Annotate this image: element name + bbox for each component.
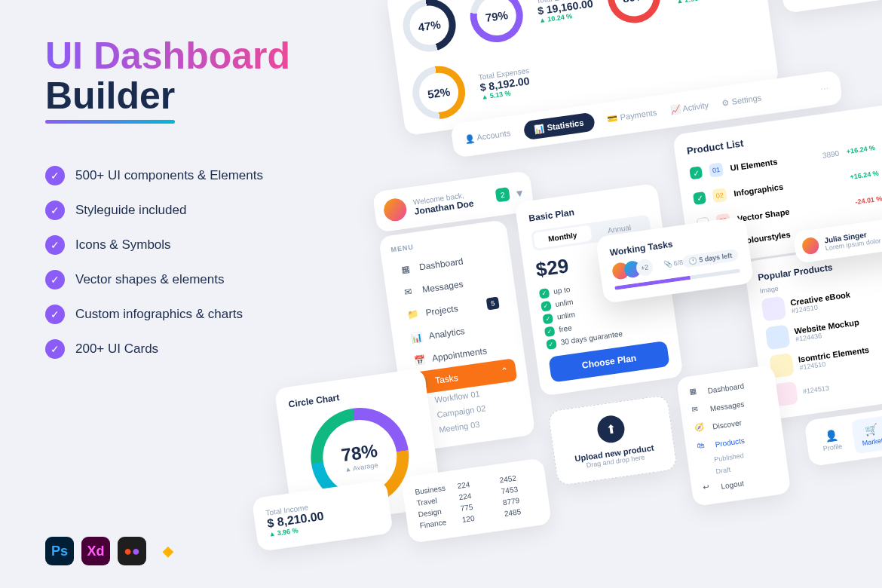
income-change: ▲ 2.96 %: [676, 0, 733, 5]
stories-card: Stories: [776, 0, 882, 14]
sidebar-2: ▦Dashboard ✉Messages 🧭Discover 🛍Products…: [676, 365, 792, 507]
nav-statistics[interactable]: 📊 Statistics: [522, 112, 596, 141]
check-icon: ✓: [546, 338, 557, 350]
product-name: Infographics: [733, 173, 844, 198]
nav-accounts[interactable]: 👤 Accounts: [464, 128, 511, 144]
app-icons: Ps Xd ●● ◆: [45, 537, 182, 565]
check-icon: ✓: [45, 166, 65, 185]
product-icon: [761, 296, 786, 322]
check-icon: ✓: [541, 301, 552, 312]
product-name: UI Elements: [730, 152, 816, 173]
check-icon: ✓: [544, 326, 556, 338]
income-small-card: Total Income $ 8,210.00 ▲ 3.96 %: [252, 480, 394, 552]
xd-icon: Xd: [81, 537, 110, 565]
upload-icon: ⬆: [596, 414, 626, 445]
check-icon: ✓: [539, 288, 550, 299]
hero-title: UI Dashboard: [45, 34, 290, 78]
sketch-icon: ◆: [154, 537, 182, 565]
nav-payments[interactable]: 💳 Payments: [607, 108, 657, 124]
check-icon: ✓: [45, 270, 65, 289]
photoshop-icon: Ps: [45, 537, 74, 565]
notif-badge[interactable]: 2: [495, 187, 510, 202]
feature-item: ✓Custom infographics & charts: [45, 305, 263, 324]
feature-item: ✓Styleguide included: [45, 201, 263, 220]
feature-item: ✓Icons & Symbols: [45, 235, 263, 255]
circle-chart-title-2: Circle Chart: [288, 381, 415, 409]
feature-item: ✓Vector shapes & elements: [45, 270, 263, 289]
welcome-card: Welcome back, Jonathan Doe 2 ▾: [372, 170, 534, 233]
tab-profile[interactable]: 👤Profile: [811, 421, 853, 459]
figma-icon: ●●: [118, 537, 146, 565]
chevron-down-icon[interactable]: ▾: [516, 185, 524, 200]
gauge-47: 47%: [400, 0, 459, 55]
checkbox-icon[interactable]: ✓: [693, 191, 706, 205]
nav-settings[interactable]: ⚙ Settings: [721, 93, 762, 108]
check-icon: ✓: [45, 235, 65, 255]
upload-card[interactable]: ⬆ Upload new product Drag and drop here: [547, 395, 677, 486]
check-icon: ✓: [45, 201, 65, 220]
check-icon: ✓: [542, 314, 553, 325]
toggle-monthly[interactable]: Monthly: [533, 225, 592, 249]
features-list: ✓500+ UI components & Elements ✓Stylegui…: [45, 166, 263, 374]
feature-item: ✓500+ UI components & Elements: [45, 166, 263, 185]
gauge-52: 52%: [409, 63, 469, 122]
hero-subtitle: Builder: [45, 74, 175, 118]
more-icon[interactable]: ⋯: [820, 84, 830, 94]
hero-section: UI Dashboard Builder: [45, 34, 290, 118]
avatar: [382, 197, 408, 222]
check-icon: ✓: [45, 339, 65, 359]
gauge-80: 80%: [604, 0, 663, 26]
gauge-79: 79%: [467, 0, 526, 46]
nav-activity[interactable]: 📈 Activity: [669, 100, 709, 115]
check-icon: ✓: [45, 305, 65, 324]
avatar: [801, 237, 820, 256]
product-icon: [765, 324, 791, 350]
tab-market[interactable]: 🛒Market: [851, 415, 882, 454]
feature-item: ✓200+ UI Cards: [45, 339, 263, 359]
product-name: Vector Shape: [737, 199, 848, 223]
checkbox-icon[interactable]: ✓: [689, 166, 703, 179]
